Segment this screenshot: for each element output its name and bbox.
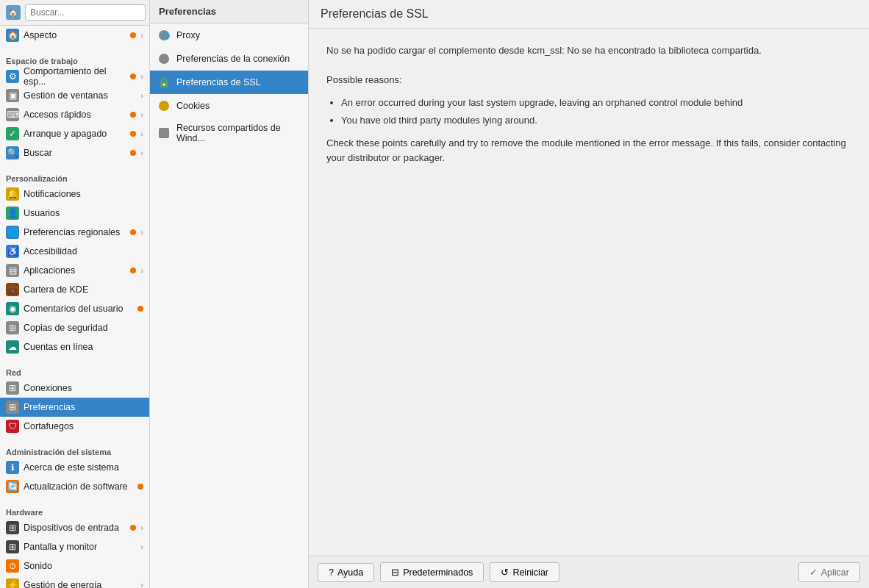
sonido-label: Sonido [24,561,143,571]
comportamiento-label: Comportamiento del esp... [24,66,126,87]
sidebar-item-pantalla[interactable]: ⊞ Pantalla y monitor › [0,537,149,556]
accesos-icon: ⌨ [6,108,19,121]
sidebar-item-ventanas[interactable]: ▣ Gestión de ventanas › [0,86,149,105]
buscar-arrow: › [140,148,143,157]
sidebar-item-sonido[interactable]: ⊙ Sonido [0,556,149,576]
svg-point-5 [159,101,169,111]
aspecto-dot [130,32,136,38]
workspace-section: Espacio de trabajo [0,51,149,67]
sidebar-item-cartera[interactable]: 💼 Cartera de KDE [0,280,149,299]
cookies-icon [157,99,171,112]
reiniciar-button[interactable]: ↺ Reiniciar [490,562,559,582]
notificaciones-icon: 🔔 [6,187,19,201]
sidebar-item-aplicaciones[interactable]: ▤ Aplicaciones › [0,261,149,280]
acerca-icon: ℹ [6,461,19,474]
sidebar-item-comentarios[interactable]: ◉ Comentarios del usuario [0,299,149,318]
actualizacion-icon: 🔄 [6,480,19,493]
middle-item-conexion[interactable]: Preferencias de la conexión [150,47,308,71]
error-message: No se ha podido cargar el complemento de… [326,43,851,58]
red-section: Red [0,362,149,379]
usuarios-icon: 👤 [6,207,19,220]
sidebar-item-cuentas[interactable]: ☁ Cuentas en línea [0,337,149,356]
sidebar-item-dispositivos[interactable]: ⊞ Dispositivos de entrada › [0,518,149,537]
sidebar-item-usuarios[interactable]: 👤 Usuarios [0,204,149,223]
personalizacion-section: Personalización [0,168,149,184]
sidebar-item-cortafuegos[interactable]: 🛡 Cortafuegos [0,417,149,436]
regionales-arrow: › [140,228,143,237]
proxy-label: Proxy [176,30,200,40]
sidebar-item-notificaciones[interactable]: 🔔 Notificaciones [0,184,149,204]
conexiones-label: Conexiones [24,383,143,393]
pantalla-arrow: › [140,542,143,551]
sidebar-item-preferencias[interactable]: ⊞ Preferencias › [0,398,149,417]
sidebar-item-actualizacion[interactable]: 🔄 Actualización de software [0,477,149,496]
aspecto-label: Aspecto [24,30,126,40]
predeterminados-button[interactable]: ⊟ Predeterminados [380,562,484,582]
cuentas-label: Cuentas en línea [24,342,143,352]
svg-point-4 [163,84,165,86]
sidebar-item-copias[interactable]: ⊞ Copias de seguridad [0,318,149,337]
svg-point-2 [159,54,169,64]
footer: ? Ayuda ⊟ Predeterminados ↺ Reiniciar ✓ … [309,556,869,588]
buscar-label: Buscar [24,148,126,158]
regionales-icon: 🌐 [6,226,19,239]
actualizacion-dot [137,484,143,490]
sidebar-item-aspecto[interactable]: 🏠 Aspecto › [0,26,149,45]
sonido-icon: ⊙ [6,559,19,573]
home-icon[interactable]: 🏠 [6,5,21,20]
energia-arrow: › [140,581,143,588]
dispositivos-icon: ⊞ [6,521,19,534]
comentarios-label: Comentarios del usuario [24,304,133,314]
sidebar-item-acerca[interactable]: ℹ Acerca de este sistema [0,458,149,477]
reasons-list: An error occurred during your last syste… [326,96,851,127]
pantalla-icon: ⊞ [6,540,19,553]
page-title: Preferencias de SSL [309,0,869,29]
preferencias-label: Preferencias [24,402,136,412]
cortafuegos-label: Cortafuegos [24,421,143,431]
help-button[interactable]: ? Ayuda [318,563,374,582]
regionales-dot [130,229,136,235]
middle-item-ssl[interactable]: Preferencias de SSL [150,71,308,94]
sidebar-item-accesos[interactable]: ⌨ Accesos rápidos › [0,105,149,124]
preferencias-arrow: › [140,403,143,412]
middle-item-recursos[interactable]: Recursos compartidos de Wind... [150,118,308,148]
aspecto-arrow: › [140,31,143,40]
aplicaciones-icon: ▤ [6,264,19,277]
hardware-section: Hardware [0,502,149,518]
accesos-arrow: › [140,110,143,119]
search-input[interactable] [25,4,146,21]
help-icon: ? [329,567,334,578]
admin-section: Administración del sistema [0,442,149,458]
ssl-icon [157,76,171,89]
buscar-dot [130,150,136,156]
middle-item-proxy[interactable]: 🌐 Proxy [150,24,308,47]
proxy-icon: 🌐 [157,29,171,42]
apply-label: Aplicar [821,567,849,578]
predeterminados-label: Predeterminados [403,567,473,578]
sidebar-item-conexiones[interactable]: ⊞ Conexiones [0,379,149,398]
dispositivos-arrow: › [140,523,143,532]
copias-icon: ⊞ [6,321,19,334]
middle-item-cookies[interactable]: Cookies [150,94,308,118]
ventanas-arrow: › [140,91,143,100]
arranque-arrow: › [140,129,143,138]
sidebar-item-regionales[interactable]: 🌐 Preferencias regionales › [0,223,149,242]
main-panel: Preferencias de SSL No se ha podido carg… [309,0,869,588]
accesos-label: Accesos rápidos [24,110,126,120]
svg-rect-6 [159,128,169,138]
sidebar-item-accesibilidad[interactable]: ♿ Accesibilidad [0,242,149,261]
recursos-icon [157,126,171,140]
sidebar-item-comportamiento[interactable]: ⚙ Comportamiento del esp... › [0,67,149,86]
recursos-label: Recursos compartidos de Wind... [176,123,301,143]
accesos-dot [130,112,136,118]
sidebar-item-arranque[interactable]: ✓ Arranque y apagado › [0,124,149,143]
sidebar: 🏠 ☰ 🏠 Aspecto › Espacio de trabajo ⚙ Com… [0,0,150,588]
reiniciar-label: Reiniciar [512,567,548,578]
apply-button[interactable]: ✓ Aplicar [798,562,860,582]
acerca-label: Acerca de este sistema [24,462,143,473]
sidebar-item-energia[interactable]: ⚡ Gestión de energía › [0,576,149,588]
comentarios-icon: ◉ [6,302,19,315]
comportamiento-dot [130,74,136,79]
sidebar-item-buscar[interactable]: 🔍 Buscar › [0,143,149,162]
reason-item-1: An error occurred during your last syste… [341,96,851,110]
